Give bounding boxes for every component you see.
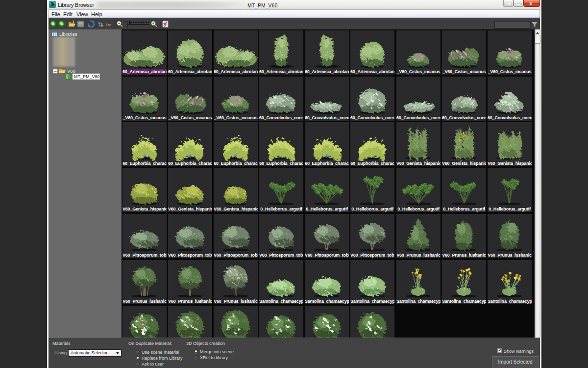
- svg-text:Exp: Exp: [106, 23, 110, 26]
